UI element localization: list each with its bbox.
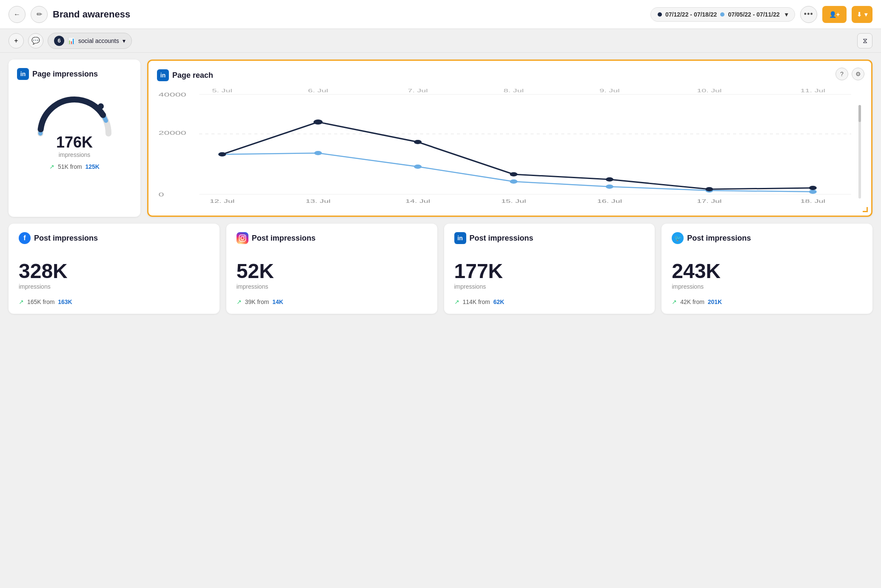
twitter-icon: 🐦 [672,232,684,244]
svg-text:20000: 20000 [159,130,186,136]
li-trend-icon: ↗ [454,298,459,305]
ig-trend-label: 39K from [245,298,269,305]
svg-point-34 [809,186,817,190]
ig-trend-base: 14K [272,298,283,305]
chart-card-header: in Page reach [157,69,863,81]
tw-card-header: 🐦 Post impressions [672,232,751,244]
svg-point-36 [241,236,244,240]
download-button[interactable]: ⬇ ▾ [852,6,872,23]
fb-metric-trend: ↗ 165K from 163K [19,298,72,305]
scroll-indicator [858,105,861,199]
tw-metric-value: 243K [672,261,721,281]
svg-text:5. Jul: 5. Jul [212,88,232,93]
back-icon: ← [14,11,20,18]
social-accounts-label: social accounts [78,37,119,44]
chart-container: 40000 20000 0 5. Jul 6. Jul 7. Jul 8. Ju… [157,88,863,207]
trend-label: 51K from [58,163,82,170]
linkedin-post-impressions-card: in Post impressions 177K impressions ↗ 1… [444,224,655,314]
svg-text:12. Jul: 12. Jul [210,199,234,204]
date-range-selector[interactable]: 07/12/22 - 07/18/22 07/05/22 - 07/11/22 [650,7,795,22]
fb-metric-label: impressions [19,283,51,290]
chart-controls: ? ⚙ [835,68,864,80]
download-chevron: ▾ [864,11,867,18]
bar-chart-icon: 📊 [68,37,75,44]
svg-point-33 [705,187,713,191]
tw-trend-icon: ↗ [672,298,677,305]
plus-icon: + [14,37,18,45]
more-options-button[interactable]: ••• [800,6,817,23]
add-user-icon: 👤+ [829,11,840,18]
filter-icon: ⧖ [863,37,867,45]
instagram-icon [237,232,248,244]
page-reach-card: ? ⚙ in Page reach 40000 20000 0 [147,60,872,217]
card-header: in Page impressions [17,68,132,80]
help-button[interactable]: ? [835,68,848,80]
svg-text:14. Jul: 14. Jul [405,199,430,204]
filter-icon-button[interactable]: ⧖ [857,33,872,48]
svg-point-24 [510,179,518,184]
svg-text:8. Jul: 8. Jul [504,88,524,93]
top-row: in Page impressions 176K impressions [9,60,872,217]
li-metric-label: impressions [454,283,486,290]
download-icon: ⬇ [857,11,862,18]
settings-button[interactable]: ⚙ [852,68,864,80]
edit-button[interactable]: ✏ [31,6,48,23]
add-user-button[interactable]: 👤+ [822,6,847,23]
linkedin-post-icon: in [454,232,466,244]
svg-text:11. Jul: 11. Jul [801,88,825,93]
svg-point-32 [606,177,613,182]
li-metric-trend: ↗ 114K from 62K [454,298,505,305]
bottom-row: f Post impressions 328K impressions ↗ 16… [9,224,872,314]
back-button[interactable]: ← [9,6,26,23]
more-icon: ••• [804,10,813,19]
svg-point-22 [314,151,322,155]
fb-trend-label: 165K from [27,298,55,305]
linkedin-reach-icon: in [157,69,169,81]
ig-card-header: Post impressions [237,232,316,244]
li-metric-value: 177K [454,261,503,281]
fb-post-impressions-title: Post impressions [34,234,98,243]
svg-point-23 [414,165,422,169]
facebook-post-impressions-card: f Post impressions 328K impressions ↗ 16… [9,224,220,314]
svg-point-27 [809,190,817,194]
gauge-value: 176K [56,134,93,151]
social-accounts-filter[interactable]: 6 📊 social accounts ▾ [48,33,132,49]
ig-metric-value: 52K [237,261,274,281]
svg-point-25 [606,185,613,189]
tw-trend-label: 42K from [680,298,704,305]
li-post-impressions-title: Post impressions [470,234,533,243]
gauge-container: 176K impressions ↗ 51K from 125K [17,87,132,174]
main-content: in Page impressions 176K impressions [0,53,881,321]
svg-text:18. Jul: 18. Jul [801,199,825,204]
ig-post-impressions-title: Post impressions [252,234,316,243]
li-trend-base: 62K [493,298,505,305]
svg-text:16. Jul: 16. Jul [597,199,622,204]
li-trend-label: 114K from [462,298,490,305]
current-period-label: 07/12/22 - 07/18/22 [665,11,717,18]
scroll-thumb [858,105,861,122]
add-widget-button[interactable]: + [9,33,24,48]
fb-card-header: f Post impressions [19,232,98,244]
filter-bar: + 💬 6 📊 social accounts ▾ ⧖ [0,29,881,53]
trend-base-value: 125K [86,163,100,170]
svg-text:10. Jul: 10. Jul [697,88,721,93]
social-count-badge: 6 [54,36,64,46]
svg-point-31 [510,172,518,176]
svg-point-37 [244,236,245,237]
twitter-post-impressions-card: 🐦 Post impressions 243K impressions ↗ 42… [661,224,872,314]
li-card-header: in Post impressions [454,232,533,244]
svg-point-30 [414,140,422,144]
tw-metric-label: impressions [672,283,704,290]
fb-trend-icon: ↗ [19,298,24,305]
comment-button[interactable]: 💬 [28,33,43,48]
tw-metric-trend: ↗ 42K from 201K [672,298,722,305]
page-title: Brand awareness [53,9,645,20]
reach-chart: 40000 20000 0 5. Jul 6. Jul 7. Jul 8. Ju… [157,88,863,207]
comment-icon: 💬 [31,37,40,45]
date-range-chevron [783,11,788,18]
facebook-icon: f [19,232,31,244]
svg-text:0: 0 [159,191,164,197]
tw-trend-base: 201K [708,298,722,305]
svg-text:6. Jul: 6. Jul [308,88,328,93]
ig-trend-icon: ↗ [237,298,242,305]
